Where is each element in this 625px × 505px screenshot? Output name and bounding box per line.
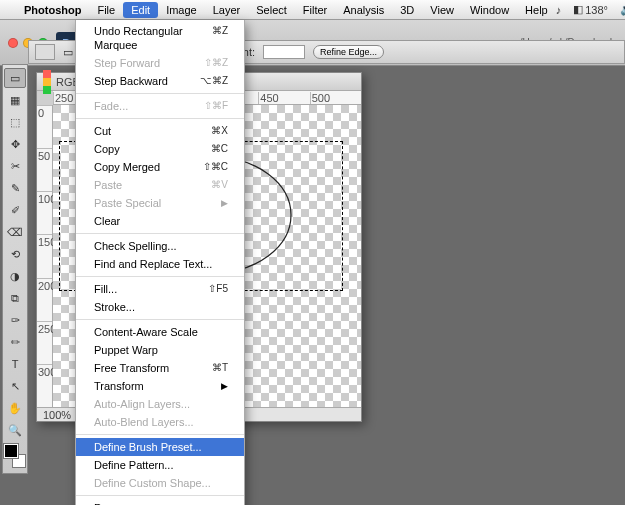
menuitem-step-forward: Step Forward⇧⌘Z <box>76 54 244 72</box>
tool-7[interactable]: ⌫ <box>4 222 26 242</box>
tool-10[interactable]: ⧉ <box>4 288 26 308</box>
tool-0[interactable]: ▭ <box>4 68 26 88</box>
tool-4[interactable]: ✂ <box>4 156 26 176</box>
menuitem-content-aware-scale[interactable]: Content-Aware Scale <box>76 323 244 341</box>
tools-panel: ▭▦⬚✥✂✎✐⌫⟲◑⧉✑✏T↖✋🔍 <box>2 64 28 474</box>
menuitem-undo-rectangular-marquee[interactable]: Undo Rectangular Marquee⌘Z <box>76 22 244 54</box>
menuitem-clear[interactable]: Clear <box>76 212 244 230</box>
menu-window[interactable]: Window <box>462 2 517 18</box>
doc-zoom-button[interactable] <box>43 86 51 94</box>
battery-indicator: ◧ 138° <box>573 3 608 16</box>
menu-file[interactable]: File <box>89 2 123 18</box>
menuitem-define-custom-shape: Define Custom Shape... <box>76 474 244 492</box>
refine-edge-button[interactable]: Refine Edge... <box>313 45 384 59</box>
close-button[interactable] <box>8 38 18 48</box>
menuitem-transform[interactable]: Transform▶ <box>76 377 244 395</box>
tool-14[interactable]: ↖ <box>4 376 26 396</box>
mac-menubar: PhotoshopFileEditImageLayerSelectFilterA… <box>0 0 625 20</box>
speaker-icon[interactable]: 🔊 <box>620 3 625 16</box>
menuitem-define-brush-preset[interactable]: Define Brush Preset... <box>76 438 244 456</box>
menuitem-check-spelling[interactable]: Check Spelling... <box>76 237 244 255</box>
tool-preset-picker[interactable] <box>35 44 55 60</box>
menuitem-paste: Paste⌘V <box>76 176 244 194</box>
vertical-ruler[interactable]: 050100150200250300 <box>37 105 53 407</box>
menuitem-purge[interactable]: Purge▶ <box>76 499 244 505</box>
menuitem-copy-merged[interactable]: Copy Merged⇧⌘C <box>76 158 244 176</box>
tool-16[interactable]: 🔍 <box>4 420 26 440</box>
menuitem-copy[interactable]: Copy⌘C <box>76 140 244 158</box>
menuitem-fade: Fade...⇧⌘F <box>76 97 244 115</box>
tool-15[interactable]: ✋ <box>4 398 26 418</box>
menuitem-cut[interactable]: Cut⌘X <box>76 122 244 140</box>
height-input[interactable] <box>263 45 305 59</box>
menuitem-find-and-replace-text[interactable]: Find and Replace Text... <box>76 255 244 273</box>
menuitem-step-backward[interactable]: Step Backward⌥⌘Z <box>76 72 244 90</box>
tool-1[interactable]: ▦ <box>4 90 26 110</box>
menu-view[interactable]: View <box>422 2 462 18</box>
tool-11[interactable]: ✑ <box>4 310 26 330</box>
menu-3d[interactable]: 3D <box>392 2 422 18</box>
menuitem-puppet-warp[interactable]: Puppet Warp <box>76 341 244 359</box>
tool-12[interactable]: ✏ <box>4 332 26 352</box>
menu-help[interactable]: Help <box>517 2 556 18</box>
menuitem-auto-blend-layers: Auto-Blend Layers... <box>76 413 244 431</box>
menuitem-stroke[interactable]: Stroke... <box>76 298 244 316</box>
menu-photoshop[interactable]: Photoshop <box>16 2 89 18</box>
menuitem-define-pattern[interactable]: Define Pattern... <box>76 456 244 474</box>
color-swatches[interactable] <box>4 444 26 468</box>
tool-6[interactable]: ✐ <box>4 200 26 220</box>
zoom-level[interactable]: 100% <box>43 409 71 421</box>
tool-9[interactable]: ◑ <box>4 266 26 286</box>
menu-analysis[interactable]: Analysis <box>335 2 392 18</box>
menu-image[interactable]: Image <box>158 2 205 18</box>
menuitem-fill[interactable]: Fill...⇧F5 <box>76 280 244 298</box>
menu-layer[interactable]: Layer <box>205 2 249 18</box>
menuitem-free-transform[interactable]: Free Transform⌘T <box>76 359 244 377</box>
tool-13[interactable]: T <box>4 354 26 374</box>
menuitem-auto-align-layers: Auto-Align Layers... <box>76 395 244 413</box>
edit-menu-dropdown: Undo Rectangular Marquee⌘ZStep Forward⇧⌘… <box>75 20 245 505</box>
menu-edit[interactable]: Edit <box>123 2 158 18</box>
menu-filter[interactable]: Filter <box>295 2 335 18</box>
menuitem-paste-special: Paste Special▶ <box>76 194 244 212</box>
doc-close-button[interactable] <box>43 70 51 78</box>
tool-3[interactable]: ✥ <box>4 134 26 154</box>
tool-8[interactable]: ⟲ <box>4 244 26 264</box>
menu-select[interactable]: Select <box>248 2 295 18</box>
status-indicator: ♪ <box>556 4 562 16</box>
tool-2[interactable]: ⬚ <box>4 112 26 132</box>
tool-5[interactable]: ✎ <box>4 178 26 198</box>
menubar-status-area: ♪ ◧ 138° 🔊 🔍 <box>556 3 625 16</box>
doc-minimize-button[interactable] <box>43 78 51 86</box>
